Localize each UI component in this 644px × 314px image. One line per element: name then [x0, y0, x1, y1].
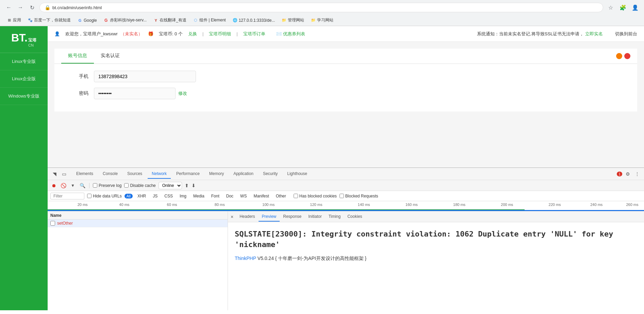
forward-button[interactable]: → — [16, 3, 25, 12]
blocked-requests-checkbox[interactable] — [340, 194, 344, 198]
address-bar[interactable]: 🔒 bt.cn/admin/userinfo.html — [39, 3, 603, 12]
hide-data-urls-label[interactable]: Hide data URLs — [87, 194, 122, 198]
filter-input[interactable] — [50, 193, 84, 199]
request-item-setother[interactable]: setOther — [48, 220, 228, 227]
bookmark-youdao[interactable]: Y 在线翻译_有道 — [151, 16, 189, 24]
devtools-tab-memory[interactable]: Memory — [205, 169, 228, 179]
sidebar-item-linux-pro[interactable]: Linux专业版 — [0, 53, 48, 70]
bookmark-learn-label: 学习网站 — [317, 17, 333, 23]
error-badge: 1 — [617, 172, 622, 176]
filter-button[interactable]: ▼ — [69, 182, 76, 189]
search-button[interactable]: 🔍 — [79, 182, 86, 189]
sidebar-item-linux-enterprise[interactable]: Linux企业版 — [0, 70, 48, 88]
inspect-element-button[interactable]: ◥ — [50, 170, 59, 178]
back-button[interactable]: ← — [4, 3, 14, 12]
filter-xhr[interactable]: XHR — [135, 193, 148, 199]
timeline-content: 20 ms 40 ms 60 ms 80 ms 100 ms 120 ms 14… — [48, 201, 644, 211]
devtools-tab-network[interactable]: Network — [148, 169, 171, 179]
thinkphp-info: ThinkPHP V5.0.24 { 十年磨一剑-为API开发设计的高性能框架 … — [235, 256, 637, 262]
has-blocked-cookies-checkbox[interactable] — [294, 194, 298, 198]
devtools-more-button[interactable]: ⋮ — [633, 170, 641, 178]
password-input[interactable] — [94, 88, 176, 99]
loading-dots — [616, 53, 630, 59]
record-button[interactable]: ⏺ — [50, 182, 57, 189]
filter-manifest[interactable]: Manifest — [251, 193, 271, 199]
details-tab-timing[interactable]: Timing — [325, 212, 344, 222]
filter-js[interactable]: JS — [151, 193, 160, 199]
details-tab-headers[interactable]: Headers — [236, 212, 258, 222]
sidebar-item-windows-pro[interactable]: Windows专业版 — [0, 88, 48, 105]
bookmark-local[interactable]: 🌐 127.0.0.1:3333/de... — [230, 17, 278, 24]
devtools-tab-sources[interactable]: Sources — [123, 169, 146, 179]
filter-doc[interactable]: Doc — [224, 193, 235, 199]
bookmark-apps[interactable]: ⊞ 应用 — [4, 16, 24, 24]
devtools-settings-button[interactable]: ⚙ — [624, 170, 632, 178]
disable-cache-checkbox[interactable] — [124, 183, 129, 188]
has-blocked-cookies-text: Has blocked cookies — [299, 194, 337, 198]
thinkphp-link[interactable]: ThinkPHP — [235, 256, 256, 261]
filter-css[interactable]: CSS — [162, 193, 175, 199]
user-icon: 👤 — [54, 31, 60, 36]
phone-input[interactable] — [94, 71, 196, 82]
tl-80: 80 ms — [215, 203, 225, 207]
details-close-button[interactable]: × — [231, 214, 233, 220]
exchange-link[interactable]: 兑换 — [188, 31, 197, 37]
bookmark-baidu[interactable]: 🐾 百度一下，你就知道 — [25, 16, 73, 24]
tab-real-name[interactable]: 实名认证 — [94, 49, 127, 64]
tab-account-info[interactable]: 账号信息 — [61, 49, 94, 64]
filter-other[interactable]: Other — [274, 193, 288, 199]
details-panel: × Headers Preview Response Initiator Tim… — [228, 211, 644, 310]
disable-cache-label[interactable]: Disable cache — [124, 183, 155, 188]
has-blocked-cookies-label[interactable]: Has blocked cookies — [294, 194, 337, 198]
filter-ws[interactable]: WS — [238, 193, 249, 199]
details-tab-cookies[interactable]: Cookies — [344, 212, 365, 222]
edit-password-link[interactable]: 修改 — [178, 90, 187, 97]
devtools-tab-lighthouse[interactable]: Lighthouse — [283, 169, 311, 179]
profile-button[interactable]: 👤 — [630, 3, 640, 12]
refresh-button[interactable]: ↻ — [27, 3, 37, 12]
bookmark-learn[interactable]: 📁 学习网站 — [308, 16, 336, 24]
bookmark-google[interactable]: G Google — [75, 17, 100, 24]
clear-button[interactable]: 🚫 — [60, 182, 67, 189]
filter-font[interactable]: Font — [209, 193, 221, 199]
preserve-log-label[interactable]: Preserve log — [93, 183, 121, 188]
filter-img[interactable]: Img — [178, 193, 188, 199]
logo-main-text: BT. — [11, 32, 28, 44]
coupon-section: ✉️ 优惠券列表 — [276, 31, 305, 37]
blocked-requests-label[interactable]: Blocked Requests — [340, 194, 378, 198]
all-filter-badge[interactable]: All — [125, 194, 133, 198]
bookmark-manage[interactable]: 📁 管理网站 — [279, 16, 307, 24]
online-select[interactable]: Online — [159, 182, 182, 189]
device-toolbar-button[interactable]: ▭ — [60, 170, 68, 178]
bookmark-element[interactable]: ⬡ 组件 | Element — [191, 16, 229, 24]
password-row: 密码 修改 — [61, 88, 630, 99]
devtools-tab-elements[interactable]: Elements — [72, 169, 97, 179]
coins-order-link[interactable]: 宝塔币订单 — [243, 31, 265, 37]
filter-media[interactable]: Media — [191, 193, 207, 199]
devtools-right-icons: 1 ⚙ ⋮ — [616, 170, 641, 178]
switch-button[interactable]: 切换到前台 — [615, 31, 637, 37]
request-checkbox[interactable] — [50, 221, 55, 226]
tl-60: 60 ms — [167, 203, 177, 207]
coins-detail-link[interactable]: 宝塔币明细 — [209, 31, 231, 37]
coupon-link[interactable]: 优惠券列表 — [283, 31, 305, 37]
upload-button[interactable]: ⬆ — [185, 183, 189, 188]
devtools-tab-application[interactable]: Application — [229, 169, 258, 179]
devtools-tab-security[interactable]: Security — [259, 169, 282, 179]
details-tab-response[interactable]: Response — [280, 212, 305, 222]
devtools-tab-performance[interactable]: Performance — [172, 169, 204, 179]
verify-link[interactable]: 立即实名 — [585, 31, 603, 36]
lock-icon: 🔒 — [45, 5, 50, 10]
download-button[interactable]: ⬇ — [192, 183, 196, 188]
preserve-log-checkbox[interactable] — [93, 183, 97, 188]
content-area: 👤 欢迎您，宝塔用户_kwsxwr （未实名） 🎁 宝塔币: 0 个 兑换 | … — [48, 26, 644, 310]
details-tab-preview[interactable]: Preview — [259, 212, 280, 222]
bookmark-chicai[interactable]: G 赤彩科技/siye-serv... — [101, 16, 149, 24]
name-column-header: Name — [50, 213, 62, 218]
bookmark-chicai-label: 赤彩科技/siye-serv... — [110, 17, 147, 23]
star-button[interactable]: ☆ — [606, 3, 615, 12]
devtools-tab-console[interactable]: Console — [99, 169, 122, 179]
details-tab-initiator[interactable]: Initiator — [305, 212, 325, 222]
extensions-button[interactable]: 🧩 — [618, 3, 628, 12]
hide-data-urls-checkbox[interactable] — [87, 194, 92, 198]
